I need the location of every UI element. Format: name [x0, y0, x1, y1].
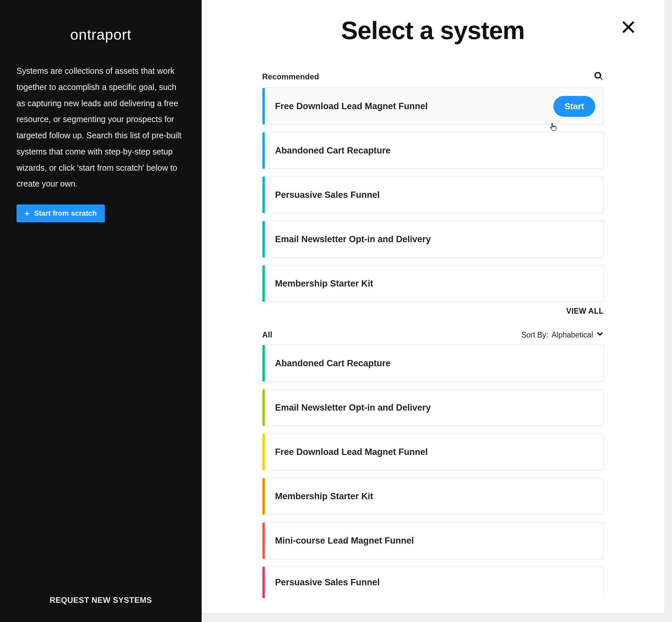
view-all-link[interactable]: VIEW ALL [262, 307, 604, 316]
page-title: Select a system [341, 16, 525, 45]
list-item[interactable]: Email Newsletter Opt-in and Delivery [262, 221, 604, 258]
sort-dropdown[interactable]: Sort By: Alphabetical [521, 330, 604, 340]
list-item[interactable]: Persuasive Sales Funnel [262, 176, 604, 213]
start-from-scratch-label: Start from scratch [34, 209, 97, 218]
search-icon [594, 76, 604, 82]
plus-icon: + [25, 209, 29, 218]
list-item[interactable]: Email Newsletter Opt-in and Delivery [262, 389, 604, 426]
request-new-systems-link[interactable]: REQUEST NEW SYSTEMS [16, 592, 185, 609]
list-item[interactable]: Persuasive Sales Funnel [262, 566, 604, 598]
system-title: Abandoned Cart Recapture [275, 358, 391, 369]
all-list: Abandoned Cart RecaptureEmail Newsletter… [262, 345, 604, 598]
all-label: All [262, 330, 272, 340]
system-title: Free Download Lead Magnet Funnel [275, 447, 428, 457]
app-window: ontraport Systems are collections of ass… [0, 0, 672, 622]
all-header: All Sort By: Alphabetical [262, 330, 604, 340]
content-area: Recommended Free Download Lead Magnet Fu… [262, 71, 604, 598]
list-item[interactable]: Free Download Lead Magnet FunnelStart [262, 88, 604, 125]
sort-by-label: Sort By: [521, 331, 548, 340]
recommended-list: Free Download Lead Magnet FunnelStartAba… [262, 88, 604, 302]
main-panel: Select a system Recommended Free Downloa… [201, 0, 672, 622]
list-item[interactable]: Free Download Lead Magnet Funnel [262, 434, 604, 471]
sidebar-description: Systems are collections of assets that w… [16, 63, 185, 192]
chevron-down-icon [596, 330, 604, 340]
close-icon [622, 29, 635, 35]
system-title: Persuasive Sales Funnel [275, 190, 380, 200]
list-item[interactable]: Abandoned Cart Recapture [262, 132, 604, 169]
system-title: Persuasive Sales Funnel [275, 577, 380, 588]
system-title: Email Newsletter Opt-in and Delivery [275, 403, 431, 413]
system-title: Free Download Lead Magnet Funnel [275, 101, 428, 111]
start-button[interactable]: Start [553, 96, 595, 117]
system-title: Membership Starter Kit [275, 279, 373, 289]
system-title: Email Newsletter Opt-in and Delivery [275, 234, 431, 244]
recommended-label: Recommended [262, 72, 319, 81]
sort-value: Alphabetical [552, 331, 593, 340]
list-item[interactable]: Abandoned Cart Recapture [262, 345, 604, 382]
start-from-scratch-button[interactable]: + Start from scratch [16, 204, 105, 222]
list-item[interactable]: Membership Starter Kit [262, 265, 604, 302]
system-title: Abandoned Cart Recapture [275, 146, 391, 156]
system-title: Membership Starter Kit [275, 491, 373, 502]
search-button[interactable] [594, 71, 604, 82]
system-title: Mini-course Lead Magnet Funnel [275, 535, 414, 546]
brand-logo: ontraport [16, 27, 185, 43]
list-item[interactable]: Membership Starter Kit [262, 478, 604, 515]
sidebar: ontraport Systems are collections of ass… [0, 0, 201, 622]
close-button[interactable] [622, 21, 635, 35]
list-item[interactable]: Mini-course Lead Magnet Funnel [262, 522, 604, 559]
recommended-header: Recommended [262, 71, 604, 82]
